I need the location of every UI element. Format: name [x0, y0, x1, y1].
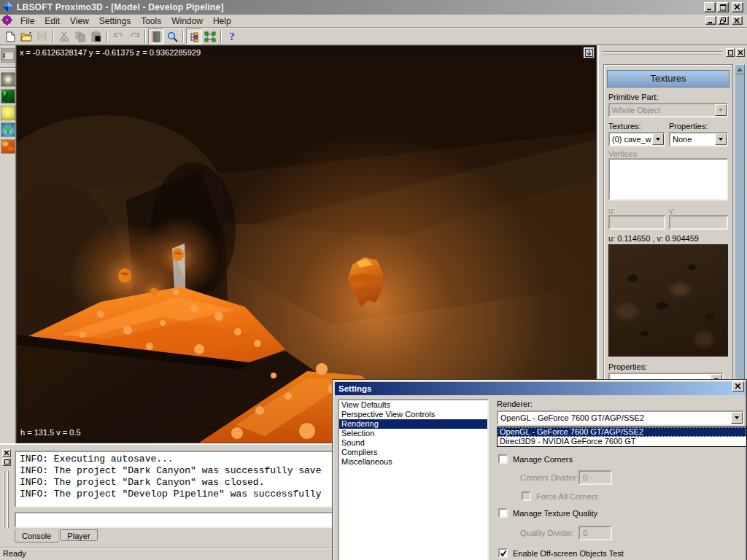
new-button[interactable]: [2, 28, 18, 44]
corners-divider-label: Corners Divider:: [520, 473, 578, 482]
settings-dialog-titlebar[interactable]: Settings: [335, 382, 746, 395]
plant-tool[interactable]: [1, 122, 15, 137]
maximize-button[interactable]: [717, 2, 729, 12]
enable-offscreen-checkbox[interactable]: [498, 548, 508, 558]
open-icon: [20, 31, 33, 42]
category-selection[interactable]: Selection: [339, 429, 487, 438]
settings-dialog: Settings View Defaults Perspective View …: [332, 379, 747, 560]
redo-icon: [129, 32, 140, 41]
panel-close-button[interactable]: [736, 48, 745, 57]
panel-gripper[interactable]: [602, 55, 723, 56]
cut-button[interactable]: [56, 28, 72, 44]
textures-panel-title[interactable]: Textures: [607, 70, 729, 88]
console-gripper[interactable]: [0, 446, 13, 547]
viewport-hv-readout: h = 131.5 v = 0.5: [20, 428, 81, 437]
new-icon: [6, 31, 15, 42]
u-label: u:: [608, 206, 615, 215]
scene-graph-icon: [204, 31, 216, 42]
renderer-combobox[interactable]: OpenGL - GeForce 7600 GT/AGP/SSE2: [497, 411, 744, 425]
combo-arrow-icon: [731, 412, 743, 424]
zoom-icon: [167, 31, 178, 42]
sphere-tool[interactable]: [1, 106, 15, 120]
terrain-tool[interactable]: [1, 89, 15, 104]
menu-view[interactable]: View: [65, 15, 94, 28]
status-text: Ready: [3, 549, 26, 558]
panel-maximize-button[interactable]: [726, 48, 735, 57]
properties2-label: Properties:: [608, 362, 647, 371]
properties-select-combobox[interactable]: None: [669, 132, 728, 147]
console-close-button[interactable]: [2, 449, 11, 457]
renderer-option-opengl[interactable]: OpenGL - GeForce 7600 GT/AGP/SSE2: [498, 427, 746, 437]
texture-select-combobox[interactable]: (0) cave_w: [608, 132, 665, 147]
manage-texture-quality-checkbox[interactable]: [498, 508, 508, 518]
category-view-defaults[interactable]: View Defaults: [339, 400, 487, 410]
panel-gripper[interactable]: [602, 51, 723, 52]
force-all-corners-checkbox[interactable]: [522, 491, 531, 501]
paste-button[interactable]: [88, 28, 104, 44]
renderer-option-direct3d9[interactable]: Direct3D9 - NVIDIA GeForce 7600 GT: [498, 437, 746, 446]
category-rendering[interactable]: Rendering: [339, 419, 487, 429]
zoom-button[interactable]: [164, 28, 180, 44]
save-button[interactable]: [34, 28, 50, 44]
primitive-part-combobox[interactable]: Whole Object: [608, 103, 728, 117]
menu-tools[interactable]: Tools: [136, 15, 166, 28]
help-button[interactable]: ?: [224, 28, 240, 44]
console-restore-button[interactable]: [2, 458, 11, 466]
textures-label: Textures:: [608, 122, 641, 131]
v-input[interactable]: [669, 215, 728, 230]
settings-close-button[interactable]: [732, 381, 744, 392]
viewport-coordinates: x = -0.6126328147 y = -0.61375 z = 0.936…: [20, 48, 201, 57]
scene-tree-button[interactable]: [186, 28, 202, 44]
close-button[interactable]: [732, 2, 743, 12]
title-bar[interactable]: LBSOFT Proximo3D - [Model - Develop Pipe…: [0, 0, 747, 15]
manage-corners-checkbox[interactable]: [498, 454, 508, 464]
viewport-dropdown-button[interactable]: [584, 47, 595, 58]
undo-button[interactable]: [110, 28, 126, 44]
tab-console[interactable]: Console: [15, 529, 58, 542]
scene-graph-button[interactable]: [202, 28, 218, 44]
corners-divider-input[interactable]: 0: [578, 470, 612, 485]
texture-preview-image[interactable]: [608, 244, 728, 357]
toolbar-separator: [53, 30, 54, 43]
menu-file[interactable]: File: [15, 15, 39, 28]
menu-window[interactable]: Window: [166, 15, 208, 28]
mdi-close-button[interactable]: [732, 16, 743, 25]
mdi-minimize-button[interactable]: [705, 16, 716, 25]
toolbar-separator: [144, 30, 146, 43]
category-compliers[interactable]: Compliers: [339, 448, 487, 457]
manage-texture-quality-label: Manage Texture Quality: [513, 509, 597, 518]
mdi-restore-button[interactable]: [718, 16, 729, 25]
category-perspective-view-controls[interactable]: Perspective View Controls: [339, 410, 487, 419]
glow-light-tool[interactable]: [1, 72, 15, 87]
category-sound[interactable]: Sound: [339, 438, 487, 448]
open-button[interactable]: [18, 28, 34, 44]
combo-arrow-icon: [715, 133, 727, 145]
menu-settings[interactable]: Settings: [94, 15, 136, 28]
u-input[interactable]: [608, 215, 665, 230]
settings-category-list[interactable]: View Defaults Perspective View Controls …: [338, 399, 489, 560]
menu-edit[interactable]: Edit: [39, 15, 65, 28]
copy-button[interactable]: [72, 28, 88, 44]
enable-offscreen-label: Enable Off-screen Objects Test: [513, 549, 624, 558]
toolbar-separator: [182, 30, 184, 43]
window-title: LBSOFT Proximo3D - [Model - Develop Pipe…: [17, 2, 224, 12]
lava-texture-tool[interactable]: [1, 139, 15, 154]
category-miscellaneous[interactable]: Miscellaneous: [339, 457, 487, 467]
vertices-listbox[interactable]: [608, 158, 728, 201]
viewport-coordinate-bar: x = -0.6126328147 y = -0.61375 z = 0.936…: [17, 46, 596, 59]
panel-window-tool[interactable]: [1, 48, 15, 63]
v-label: v:: [669, 206, 676, 215]
renderer-label: Renderer:: [497, 400, 533, 408]
help-icon: ?: [229, 31, 235, 43]
quality-divider-input[interactable]: 0: [578, 526, 612, 540]
tab-player[interactable]: Player: [60, 529, 97, 541]
minimize-button[interactable]: [704, 2, 716, 12]
combo-arrow-icon: [715, 104, 727, 116]
filmstrip-icon: [151, 31, 162, 42]
scroll-up-icon[interactable]: [735, 65, 744, 74]
filmstrip-button[interactable]: [148, 28, 164, 44]
renderer-dropdown-list: OpenGL - GeForce 7600 GT/AGP/SSE2 Direct…: [497, 427, 747, 447]
redo-button[interactable]: [126, 28, 142, 44]
main-toolbar: ?: [0, 28, 747, 45]
menu-help[interactable]: Help: [208, 15, 236, 28]
